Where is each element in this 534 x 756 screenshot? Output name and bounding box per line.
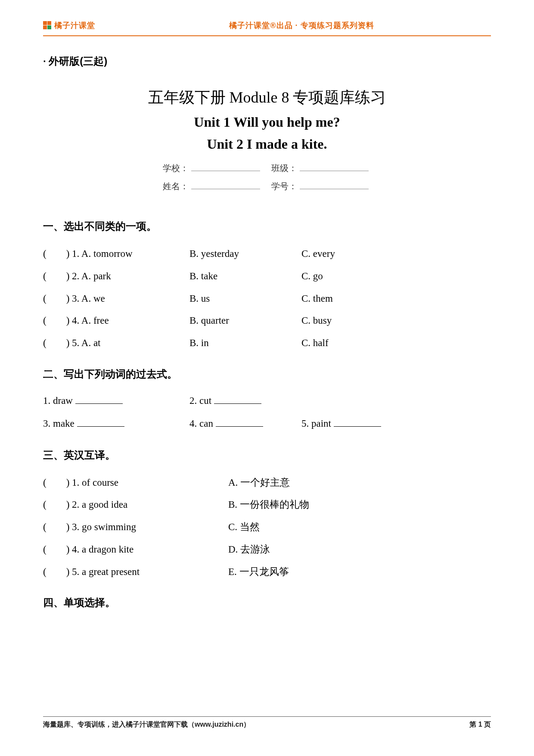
s2-item-3: 3. make <box>43 412 189 435</box>
class-blank[interactable] <box>300 163 369 171</box>
s2-item-2: 2. cut <box>189 390 301 412</box>
q5-b: B. in <box>189 332 301 354</box>
s3-left-1: ( ) 1. of course <box>43 472 228 494</box>
s2-item-4-label: 4. can <box>189 418 216 429</box>
s2-item-5-label: 5. paint <box>301 418 334 429</box>
q3-c: C. them <box>301 287 491 310</box>
s3-right-4: D. 去游泳 <box>228 538 491 561</box>
s2-blank-5[interactable] <box>334 418 381 427</box>
s3-row-5: ( ) 5. a great present E. 一只龙风筝 <box>43 561 491 583</box>
page-header: 橘子汁课堂 橘子汁课堂®出品 · 专项练习题系列资料 <box>43 18 491 33</box>
s3-right-2: B. 一份很棒的礼物 <box>228 494 491 516</box>
s3-left-3: ( ) 3. go swimming <box>43 516 228 538</box>
page: 橘子汁课堂 橘子汁课堂®出品 · 专项练习题系列资料 · 外研版(三起) 五年级… <box>0 0 534 756</box>
q3-b: B. us <box>189 287 301 310</box>
q2-c: C. go <box>301 265 491 287</box>
s3-row-3: ( ) 3. go swimming C. 当然 <box>43 516 491 538</box>
section-1-title: 一、选出不同类的一项。 <box>43 219 491 233</box>
title-line-3: Unit 2 I made a kite. <box>43 136 491 152</box>
s2-blank-1[interactable] <box>75 395 123 404</box>
name-label: 姓名： <box>163 181 189 191</box>
s3-left-4: ( ) 4. a dragon kite <box>43 538 228 561</box>
school-label: 学校： <box>163 163 189 173</box>
s2-blank-4[interactable] <box>216 418 263 427</box>
q2-a: ( ) 2. A. park <box>43 265 189 287</box>
q5-row: ( ) 5. A. at B. in C. half <box>43 332 491 354</box>
q1-a: ( ) 1. A. tomorrow <box>43 243 189 265</box>
page-footer: 海量题库、专项训练，进入橘子汁课堂官网下载（www.juzizhi.cn） 第 … <box>43 713 491 729</box>
q3-row: ( ) 3. A. we B. us C. them <box>43 287 491 310</box>
title-block: 五年级下册 Module 8 专项题库练习 Unit 1 Will you he… <box>43 87 491 194</box>
title-line-2: Unit 1 Will you help me? <box>43 114 491 130</box>
id-blank[interactable] <box>300 181 369 189</box>
s3-row-2: ( ) 2. a good idea B. 一份很棒的礼物 <box>43 494 491 516</box>
section-1-questions: ( ) 1. A. tomorrow B. yesterday C. every… <box>43 243 491 354</box>
header-divider <box>43 35 491 36</box>
q1-c: C. every <box>301 243 491 265</box>
q1-row: ( ) 1. A. tomorrow B. yesterday C. every <box>43 243 491 265</box>
q5-a: ( ) 5. A. at <box>43 332 189 354</box>
q1-b: B. yesterday <box>189 243 301 265</box>
title-line-1: 五年级下册 Module 8 专项题库练习 <box>43 87 491 108</box>
section-4-title: 四、单项选择。 <box>43 596 491 609</box>
q4-row: ( ) 4. A. free B. quarter C. busy <box>43 309 491 332</box>
header-subtitle: 橘子汁课堂®出品 · 专项练习题系列资料 <box>95 20 491 31</box>
q3-a: ( ) 3. A. we <box>43 287 189 310</box>
brand-text: 橘子汁课堂 <box>54 20 95 31</box>
s3-row-1: ( ) 1. of course A. 一个好主意 <box>43 472 491 494</box>
s3-right-1: A. 一个好主意 <box>228 472 491 494</box>
s3-right-3: C. 当然 <box>228 516 491 538</box>
s2-item-1: 1. draw <box>43 390 189 412</box>
q4-b: B. quarter <box>189 309 301 332</box>
s2-item-5: 5. paint <box>301 412 491 435</box>
q5-c: C. half <box>301 332 491 354</box>
logo-icon <box>43 21 52 30</box>
footer-divider <box>43 716 491 717</box>
s2-item-4: 4. can <box>189 412 301 435</box>
id-label: 学号： <box>271 181 297 191</box>
q2-row: ( ) 2. A. park B. take C. go <box>43 265 491 287</box>
s3-left-5: ( ) 5. a great present <box>43 561 228 583</box>
school-blank[interactable] <box>191 163 260 171</box>
section-3-title: 三、英汉互译。 <box>43 448 491 462</box>
s2-item-2-label: 2. cut <box>189 395 214 406</box>
s3-row-4: ( ) 4. a dragon kite D. 去游泳 <box>43 538 491 561</box>
s3-left-2: ( ) 2. a good idea <box>43 494 228 516</box>
footer-left: 海量题库、专项训练，进入橘子汁课堂官网下载（www.juzizhi.cn） <box>43 720 250 729</box>
s2-item-3-label: 3. make <box>43 418 77 429</box>
s2-blank-3[interactable] <box>77 418 124 427</box>
q4-c: C. busy <box>301 309 491 332</box>
edition-label: · 外研版(三起) <box>43 54 491 68</box>
section-3-questions: ( ) 1. of course A. 一个好主意 ( ) 2. a good … <box>43 472 491 583</box>
q2-b: B. take <box>189 265 301 287</box>
name-blank[interactable] <box>191 181 260 189</box>
s2-blank-2[interactable] <box>214 395 261 404</box>
section-2-questions: 1. draw 2. cut 3. make 4. can 5. paint <box>43 390 491 435</box>
brand-logo: 橘子汁课堂 <box>43 20 95 31</box>
q4-a: ( ) 4. A. free <box>43 309 189 332</box>
footer-page-number: 第 1 页 <box>469 720 491 729</box>
class-label: 班级： <box>271 163 297 173</box>
section-2-title: 二、写出下列动词的过去式。 <box>43 367 491 381</box>
student-info: 学校： 班级： 姓名： 学号： <box>43 160 491 194</box>
s3-right-5: E. 一只龙风筝 <box>228 561 491 583</box>
s2-item-1-label: 1. draw <box>43 395 75 406</box>
